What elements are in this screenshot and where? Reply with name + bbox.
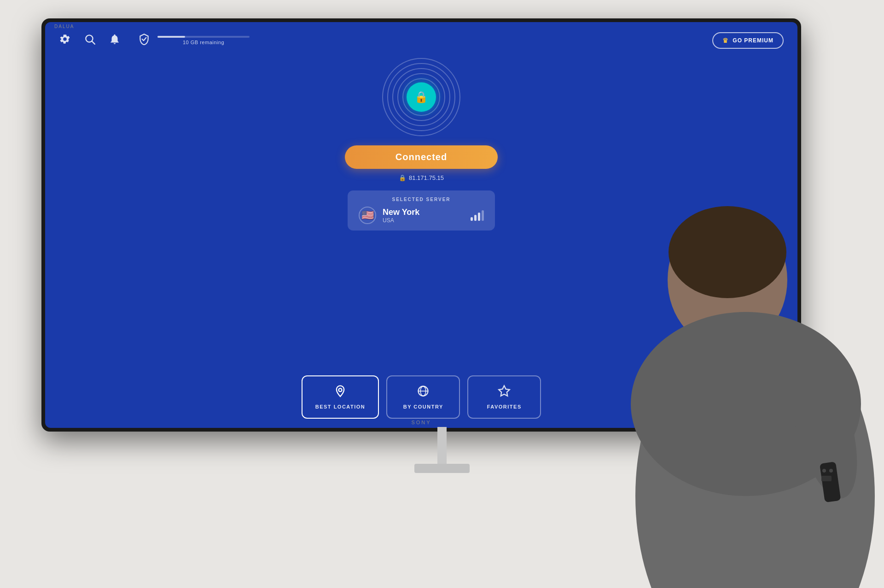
data-remaining-label: 10 GB remaining <box>183 40 224 45</box>
svg-point-2 <box>338 388 342 392</box>
connected-label: Connected <box>395 152 447 162</box>
crown-icon: ♛ <box>722 37 729 44</box>
favorites-icon <box>498 385 511 400</box>
bell-icon[interactable] <box>109 33 121 48</box>
flag-emoji: 🇺🇸 <box>361 209 374 221</box>
signal-bars <box>471 210 484 221</box>
best-location-label: BEST LOCATION <box>315 404 366 409</box>
by-country-icon <box>417 385 430 400</box>
signal-bar-1 <box>471 217 473 221</box>
best-location-icon <box>334 385 347 400</box>
watermark: 10 <box>752 394 779 414</box>
favorites-button[interactable]: FAVORITES <box>467 375 541 419</box>
main-content: 🔒 Connected 🔒 81.171.75.15 SELECTED SERV… <box>45 53 797 375</box>
data-bar <box>157 36 250 38</box>
go-premium-label: GO PREMIUM <box>733 37 774 44</box>
svg-marker-6 <box>499 386 510 396</box>
tv-screen: DALUA <box>45 22 797 428</box>
vpn-inner-circle: 🔒 <box>407 82 436 112</box>
signal-bar-3 <box>478 213 480 221</box>
ip-lock-icon: 🔒 <box>399 174 406 181</box>
tv-stand <box>437 427 447 464</box>
tv-base <box>414 464 470 473</box>
vpn-logo-icon <box>138 33 150 48</box>
server-name-container: New York USA <box>383 208 464 224</box>
search-icon[interactable] <box>84 33 96 48</box>
best-location-button[interactable]: BEST LOCATION <box>302 375 379 419</box>
data-bar-container: 10 GB remaining <box>157 36 250 45</box>
by-country-button[interactable]: BY COUNTRY <box>386 375 460 419</box>
server-flag: 🇺🇸 <box>359 207 376 224</box>
vpn-circle[interactable]: 🔒 <box>382 58 460 136</box>
nav-icons <box>59 33 150 48</box>
data-bar-fill <box>157 36 185 38</box>
header: 10 GB remaining ♛ GO PREMIUM <box>45 22 797 53</box>
server-name: New York <box>383 208 464 217</box>
svg-line-1 <box>92 41 95 44</box>
lock-icon: 🔒 <box>414 91 428 104</box>
signal-bar-4 <box>482 210 484 221</box>
ip-text: 81.171.75.15 <box>409 174 444 181</box>
server-info: 🇺🇸 New York USA <box>359 207 484 224</box>
by-country-label: BY COUNTRY <box>403 404 443 409</box>
settings-icon[interactable] <box>59 33 71 48</box>
server-card-label: SELECTED SERVER <box>359 197 484 202</box>
server-country: USA <box>383 217 464 224</box>
signal-bar-2 <box>474 215 477 221</box>
ip-address-display: 🔒 81.171.75.15 <box>399 174 444 181</box>
connected-button[interactable]: Connected <box>345 145 498 169</box>
favorites-label: FAVORITES <box>487 404 522 409</box>
go-premium-button[interactable]: ♛ GO PREMIUM <box>712 32 784 49</box>
tv-frame: DALUA <box>41 18 801 432</box>
tv-brand-label: SONY <box>411 420 431 425</box>
server-card[interactable]: SELECTED SERVER 🇺🇸 New York USA <box>348 190 495 231</box>
